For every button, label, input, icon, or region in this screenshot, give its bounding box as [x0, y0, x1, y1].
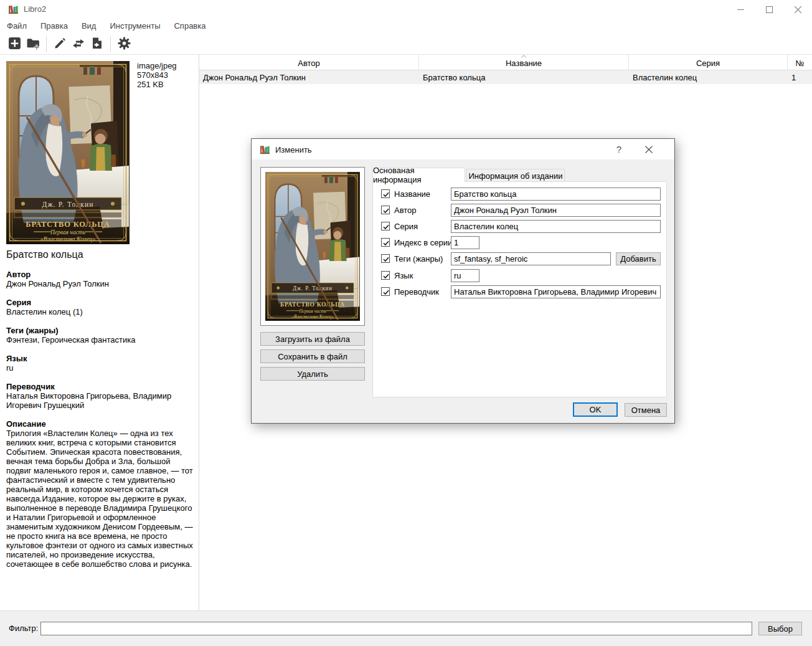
cell-series: Властелин колец	[629, 73, 788, 82]
meta-value-series: Властелин колец (1)	[6, 307, 193, 316]
meta-label-translator: Переводчик	[6, 382, 192, 391]
minimize-icon	[737, 6, 744, 13]
column-header-series[interactable]: Серия	[629, 55, 788, 70]
settings-icon	[118, 37, 131, 50]
convert-icon	[72, 37, 85, 50]
series-index-checkbox[interactable]	[381, 238, 390, 247]
menu-bar: Файл Правка Вид Инструменты Справка	[0, 19, 812, 32]
meta-value-author: Джон Рональд Руэл Толкин	[6, 279, 193, 288]
app-logo-icon	[8, 4, 19, 14]
dialog-logo-icon	[260, 144, 270, 154]
meta-label-language: Язык	[6, 354, 192, 363]
author-input[interactable]	[451, 204, 661, 217]
window-controls	[726, 0, 812, 19]
title-bar: Libro2	[0, 0, 812, 19]
tab-basic-info[interactable]: Основаная информация	[372, 168, 465, 182]
author-checkbox[interactable]	[381, 206, 390, 214]
cancel-button[interactable]: Отмена	[625, 403, 667, 417]
menu-item-tools[interactable]: Инструменты	[103, 20, 167, 32]
save-to-file-button[interactable]: Сохранить в файл	[260, 349, 365, 363]
close-button[interactable]	[783, 0, 812, 19]
menu-item-help[interactable]: Справка	[167, 20, 212, 32]
check-icon	[382, 272, 390, 280]
series-index-input[interactable]	[451, 236, 479, 249]
tags-input[interactable]	[451, 252, 611, 265]
add-book-button[interactable]	[5, 35, 24, 52]
edit-button[interactable]	[50, 35, 69, 52]
field-label: Название	[394, 189, 430, 199]
delete-cover-button[interactable]: Удалить	[260, 367, 365, 381]
minimize-button[interactable]	[726, 0, 755, 19]
filter-select-button[interactable]: Выбор	[758, 622, 802, 635]
meta-value-tags: Фэнтези, Героическая фантастика	[6, 335, 193, 344]
maximize-button[interactable]	[755, 0, 783, 19]
convert-button[interactable]	[69, 35, 88, 52]
title-input[interactable]	[451, 188, 661, 201]
tab-edition-info[interactable]: Информация об издании	[466, 169, 565, 182]
image-size: 251 KB	[137, 80, 177, 89]
image-mime: image/jpeg	[137, 61, 177, 70]
menu-item-view[interactable]: Вид	[75, 20, 103, 32]
tags-checkbox[interactable]	[381, 254, 390, 263]
cover-block: image/jpeg 570x843 251 KB	[6, 61, 192, 244]
field-row-translator: Переводчик	[373, 285, 666, 299]
load-from-file-button[interactable]: Загрузить из файла	[260, 332, 365, 346]
language-checkbox[interactable]	[381, 271, 390, 280]
dialog-help-button[interactable]: ?	[612, 144, 626, 154]
meta-value-translator: Наталья Викторовна Григорьева, Владимир …	[6, 391, 193, 410]
filter-label: Фильтр:	[9, 624, 38, 633]
toolbar-separator	[110, 36, 111, 52]
maximize-icon	[766, 6, 773, 13]
add-tag-button[interactable]: Добавить	[616, 252, 661, 265]
title-checkbox[interactable]	[381, 189, 390, 198]
field-label: Теги (жанры)	[394, 254, 443, 264]
field-label: Автор	[394, 206, 417, 215]
translator-checkbox[interactable]	[381, 287, 390, 296]
window-title: Libro2	[24, 4, 46, 14]
check-icon	[382, 223, 390, 230]
meta-label-author: Автор	[6, 270, 192, 279]
column-header-title[interactable]: Название	[419, 55, 629, 70]
basic-info-panel: Название Автор Серия Индекс в серии	[372, 181, 667, 397]
edit-dialog: Изменить ? Загрузить из файла Сохранить …	[251, 138, 675, 424]
meta-label-series: Серия	[6, 298, 192, 307]
series-input[interactable]	[451, 220, 661, 233]
meta-value-description: Трилогия «Властелин Колец» — одна из тех…	[6, 429, 193, 569]
series-checkbox[interactable]	[381, 222, 390, 230]
close-icon	[795, 6, 801, 13]
meta-label-description: Описание	[6, 419, 192, 429]
menu-item-file[interactable]: Файл	[0, 20, 34, 32]
filter-bar: Фильтр: Выбор	[0, 610, 812, 646]
image-dimensions: 570x843	[137, 70, 177, 80]
edit-icon	[54, 37, 66, 50]
export-button[interactable]	[88, 35, 106, 52]
book-title: Братство кольца	[6, 249, 192, 260]
cell-title: Братство кольца	[419, 73, 629, 82]
table-row[interactable]: Джон Рональд Руэл Толкин Братство кольца…	[199, 70, 812, 84]
add-folder-button[interactable]	[24, 35, 42, 52]
dialog-cover-panel	[260, 167, 365, 326]
column-header-author[interactable]: Автор	[199, 55, 419, 70]
ok-button[interactable]: OK	[573, 402, 618, 417]
language-input[interactable]	[451, 269, 479, 282]
toolbar	[0, 32, 812, 54]
field-row-series: Серия	[373, 220, 666, 234]
dialog-close-button[interactable]	[642, 143, 656, 156]
book-cover-image	[6, 61, 130, 244]
cell-author: Джон Рональд Руэл Толкин	[199, 73, 419, 82]
filter-input[interactable]	[40, 622, 752, 635]
field-label: Индекс в серии	[394, 238, 452, 247]
dialog-title: Изменить	[275, 145, 312, 154]
column-header-number[interactable]: №	[788, 55, 812, 70]
menu-item-edit[interactable]: Правка	[34, 20, 75, 32]
translator-input[interactable]	[451, 285, 661, 298]
check-icon	[382, 207, 390, 214]
settings-button[interactable]	[115, 35, 133, 52]
field-label: Язык	[394, 271, 413, 280]
add-icon	[8, 37, 21, 50]
image-info: image/jpeg 570x843 251 KB	[137, 61, 177, 89]
add-folder-icon	[26, 37, 40, 50]
toolbar-separator	[46, 36, 47, 52]
field-label: Серия	[394, 222, 418, 231]
field-label: Переводчик	[394, 287, 439, 297]
